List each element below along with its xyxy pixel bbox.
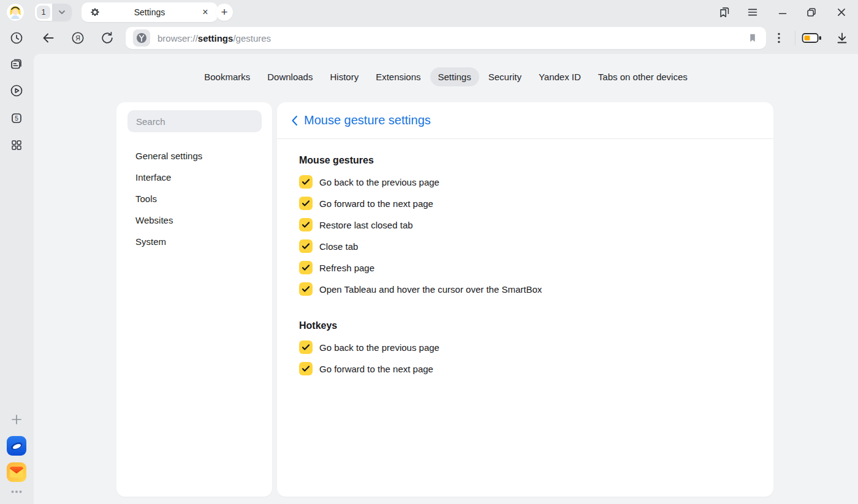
checkbox-label: Go back to the previous page xyxy=(319,342,439,353)
checkmark-icon xyxy=(302,178,310,186)
settings-nav-interface[interactable]: Interface xyxy=(116,167,272,188)
tab-counter-button[interactable]: 5 xyxy=(9,111,24,126)
bookmark-this-page-button[interactable] xyxy=(746,32,759,44)
settings-nav-system[interactable]: System xyxy=(116,231,272,252)
checkbox-row[interactable]: Go forward to the next page xyxy=(299,197,751,210)
tab-group-chip[interactable]: 1 xyxy=(35,4,72,21)
profile-avatar[interactable] xyxy=(7,4,24,21)
svg-text:5: 5 xyxy=(15,115,18,122)
nav-tab-history[interactable]: History xyxy=(322,67,366,86)
nav-tab-downloads[interactable]: Downloads xyxy=(259,67,321,86)
reload-button[interactable] xyxy=(100,31,115,45)
tab-counter-icon: 5 xyxy=(9,111,24,126)
bookmarks-panel-button[interactable] xyxy=(717,5,732,20)
services-button[interactable] xyxy=(9,138,24,152)
yandex-ya-icon: Я xyxy=(70,31,85,45)
new-tab-button[interactable]: + xyxy=(216,4,233,21)
window-minimize-button[interactable] xyxy=(775,5,790,20)
video-button[interactable] xyxy=(9,83,24,98)
checkmark-icon xyxy=(302,365,310,372)
checkbox-checked[interactable] xyxy=(299,197,313,210)
checkbox-row[interactable]: Close tab xyxy=(299,239,751,253)
checkbox-label: Close tab xyxy=(319,241,358,252)
panel-header: Mouse gesture settings xyxy=(277,102,773,139)
feed-button[interactable] xyxy=(9,57,24,72)
page-actions-menu-button[interactable] xyxy=(772,31,786,45)
checkbox-label: Open Tableau and hover the cursor over t… xyxy=(319,284,542,295)
kebab-menu-icon xyxy=(773,31,785,45)
back-to-settings-button[interactable] xyxy=(287,114,301,127)
nav-tab-security[interactable]: Security xyxy=(480,67,530,86)
close-icon xyxy=(835,6,848,19)
browser-window: 1 Settings × + xyxy=(0,0,858,504)
yandex-disk-app-button[interactable] xyxy=(7,436,26,456)
settings-top-nav: BookmarksDownloadsHistoryExtensionsSetti… xyxy=(34,67,858,86)
minimize-icon xyxy=(776,6,789,19)
checkbox-checked[interactable] xyxy=(299,340,313,354)
search-input[interactable] xyxy=(127,110,262,132)
tab-title: Settings xyxy=(100,7,199,17)
chevron-down-icon[interactable] xyxy=(52,4,72,21)
settings-sidebar: General settingsInterfaceToolsWebsitesSy… xyxy=(116,102,272,497)
window-close-button[interactable] xyxy=(834,5,849,20)
checkbox-row[interactable]: Go back to the previous page xyxy=(299,340,751,354)
nav-tab-settings[interactable]: Settings xyxy=(430,67,479,86)
checkbox-checked[interactable] xyxy=(299,218,313,231)
checkbox-row[interactable]: Open Tableau and hover the cursor over t… xyxy=(299,282,751,296)
checkbox-checked[interactable] xyxy=(299,175,313,189)
section-rows: Go back to the previous page Go forward … xyxy=(299,340,751,375)
battery-saver-button[interactable] xyxy=(801,32,823,44)
more-panels-button[interactable] xyxy=(9,484,24,499)
site-badge[interactable] xyxy=(133,29,150,47)
tab-group-count: 1 xyxy=(37,6,50,19)
settings-nav-tools[interactable]: Tools xyxy=(116,188,272,209)
play-circle-icon xyxy=(9,83,24,98)
refresh-icon xyxy=(100,31,115,45)
checkmark-icon xyxy=(302,243,310,250)
window-restore-button[interactable] xyxy=(804,5,819,20)
address-bar[interactable]: browser://settings/gestures xyxy=(126,27,766,49)
checkbox-row[interactable]: Restore last closed tab xyxy=(299,218,751,231)
checkbox-label: Restore last closed tab xyxy=(319,220,413,230)
nav-tab-yandex-id[interactable]: Yandex ID xyxy=(531,67,589,86)
browser-menu-button[interactable] xyxy=(745,5,760,20)
checkbox-checked[interactable] xyxy=(299,239,313,253)
add-panel-button[interactable] xyxy=(9,412,24,427)
hamburger-icon xyxy=(746,6,759,19)
checkbox-row[interactable]: Go back to the previous page xyxy=(299,175,751,189)
checkbox-checked[interactable] xyxy=(299,362,313,375)
yandex-home-button[interactable]: Я xyxy=(70,31,85,45)
yandex-mail-app-button[interactable] xyxy=(7,462,26,482)
page-title[interactable]: Mouse gesture settings xyxy=(304,113,431,127)
section-heading: Hotkeys xyxy=(299,320,751,331)
battery-icon xyxy=(802,32,822,44)
apps-grid-icon xyxy=(9,138,24,152)
settings-nav-general-settings[interactable]: General settings xyxy=(116,145,272,167)
toolbar-divider xyxy=(795,31,795,45)
tab-close-icon[interactable]: × xyxy=(199,6,211,18)
nav-tab-tabs-on-other-devices[interactable]: Tabs on other devices xyxy=(590,67,696,86)
checkbox-row[interactable]: Go forward to the next page xyxy=(299,362,751,375)
history-button[interactable] xyxy=(9,31,24,45)
browser-tab-settings[interactable]: Settings × xyxy=(82,2,218,22)
checkbox-label: Go back to the previous page xyxy=(319,177,439,187)
back-button[interactable] xyxy=(41,31,56,45)
yandex-disk-icon xyxy=(7,436,26,456)
settings-nav-list: General settingsInterfaceToolsWebsitesSy… xyxy=(116,145,272,252)
svg-text:Я: Я xyxy=(75,34,80,42)
settings-nav-websites[interactable]: Websites xyxy=(116,209,272,231)
checkbox-checked[interactable] xyxy=(299,261,313,274)
nav-tab-bookmarks[interactable]: Bookmarks xyxy=(196,67,258,86)
downloads-button[interactable] xyxy=(835,31,849,45)
ellipsis-icon xyxy=(9,484,24,499)
checkbox-row[interactable]: Refresh page xyxy=(299,261,751,274)
restore-icon xyxy=(805,6,818,19)
bookmark-stack-icon xyxy=(718,6,731,19)
nav-tab-extensions[interactable]: Extensions xyxy=(368,67,428,86)
checkbox-checked[interactable] xyxy=(299,282,313,296)
checkbox-label: Go forward to the next page xyxy=(319,364,433,374)
settings-section: Mouse gestures Go back to the previous p… xyxy=(299,155,751,296)
plus-icon xyxy=(9,412,24,427)
chevron-left-icon xyxy=(291,115,298,126)
back-arrow-icon xyxy=(41,31,56,45)
